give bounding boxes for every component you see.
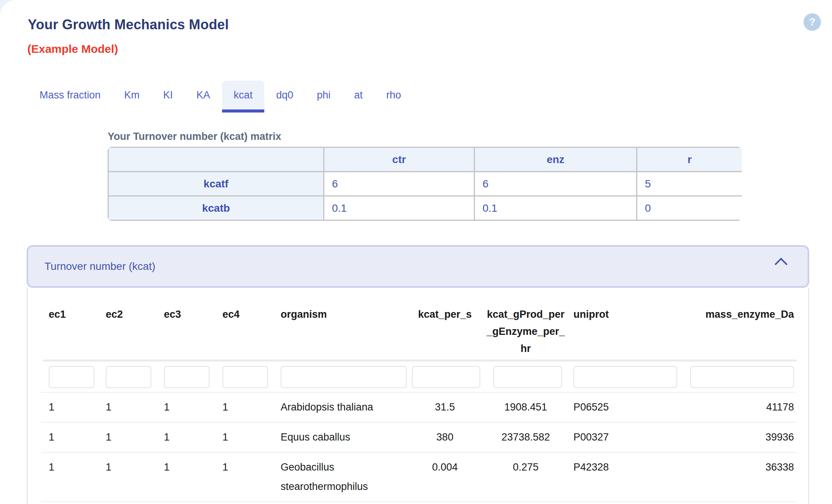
cell-ec1: 1	[41, 393, 98, 422]
page-title: Your Growth Mechanics Model	[28, 17, 229, 33]
column-header-kcat-per-s: kcat_per_s	[404, 288, 486, 360]
chevron-up-icon[interactable]	[775, 258, 788, 271]
matrix-row-kcatb: kcatb0.10.10	[108, 196, 742, 220]
filter-cell	[404, 366, 486, 388]
filter-input-ec1[interactable]	[49, 366, 94, 388]
cell-ec4: 1	[215, 453, 273, 501]
filter-row	[41, 361, 797, 393]
panel-body: ec1ec2ec3ec4organismkcat_per_skcat_gProd…	[27, 288, 809, 504]
cell-ec3: 1	[156, 423, 215, 452]
filter-cell	[156, 366, 215, 388]
filter-input-ec2[interactable]	[106, 366, 151, 388]
filter-input-uniprot[interactable]	[573, 366, 677, 388]
model-subtitle: (Example Model)	[27, 43, 118, 55]
cell-kcat-gprod-per-genzyme-per-hr: 0.275	[486, 453, 566, 501]
table-row: 1111Arabidopsis thaliana31.51908.451P065…	[41, 393, 797, 423]
cell-uniprot: P42328	[566, 453, 683, 501]
cell-organism: Arabidopsis thaliana	[273, 393, 404, 422]
column-header-ec4: ec4	[215, 288, 273, 360]
cell-ec3: 1	[156, 453, 215, 501]
filter-cell	[683, 366, 797, 388]
cell-ec1: 1	[41, 423, 98, 452]
filter-input-kcat-per-s[interactable]	[412, 366, 480, 388]
question-mark-icon: ?	[809, 17, 816, 27]
cell-kcat-per-s: 0.004	[404, 453, 486, 501]
cell-organism: Equus caballus	[273, 423, 404, 452]
column-header-uniprot: uniprot	[566, 288, 683, 360]
filter-cell	[566, 366, 683, 388]
column-header-kcat-gprod-per-genzyme-per-hr: kcat_gProd_per_gEnzyme_per_hr	[486, 288, 566, 360]
matrix-corner-cell	[108, 147, 324, 172]
filter-cell	[215, 366, 273, 388]
matrix-row-header: kcatb	[108, 196, 324, 220]
matrix-row-kcatf: kcatf665	[108, 172, 742, 196]
panel-header[interactable]: Turnover number (kcat)	[27, 245, 809, 288]
tab-at[interactable]: at	[342, 81, 375, 113]
matrix-col-header-enz: enz	[475, 147, 637, 172]
cell-kcat-per-s: 31.5	[404, 393, 486, 422]
tab-dq0[interactable]: dq0	[264, 81, 305, 113]
table-row: 1111Geobacillus stearothermophilus0.0040…	[41, 453, 797, 502]
column-header-ec1: ec1	[41, 288, 98, 360]
filter-input-ec3[interactable]	[164, 366, 210, 388]
matrix-col-header-r: r	[637, 147, 742, 172]
tab-km[interactable]: Km	[113, 81, 152, 113]
content-card: Your Growth Mechanics Model (Example Mod…	[0, 0, 832, 504]
cell-kcat-per-s: 380	[404, 423, 486, 452]
cell-ec4: 1	[215, 393, 273, 422]
tab-bar: Mass fractionKmKIKAkcatdq0phiatrho	[28, 81, 413, 113]
filter-input-organism[interactable]	[281, 366, 407, 388]
cell-organism: Geobacillus stearothermophilus	[273, 453, 404, 501]
cell-ec4: 1	[215, 423, 273, 452]
cell-mass-enzyme-da: 41178	[683, 393, 797, 422]
matrix-body: ctrenzrkcatf665kcatb0.10.10	[108, 147, 742, 220]
cell-ec2: 1	[98, 393, 156, 422]
cell-uniprot: P00327	[566, 423, 683, 452]
matrix-row-header: kcatf	[108, 172, 324, 196]
column-header-ec3: ec3	[156, 288, 215, 360]
matrix-table: ctrenzrkcatf665kcatb0.10.10	[108, 147, 742, 221]
filter-cell	[273, 366, 404, 388]
kcat-matrix: ctrenzrkcatf665kcatb0.10.10	[108, 147, 742, 221]
filter-input-ec4[interactable]	[222, 366, 268, 388]
cell-ec2: 1	[98, 423, 156, 452]
cell-uniprot: P06525	[566, 393, 683, 422]
column-header-organism: organism	[273, 288, 404, 360]
cell-kcat-gprod-per-genzyme-per-hr: 23738.582	[486, 423, 566, 452]
filter-input-mass-enzyme-da[interactable]	[690, 366, 794, 388]
matrix-value-cell: 6	[324, 172, 475, 196]
filter-input-kcat-gprod-per-genzyme-per-hr[interactable]	[493, 366, 562, 388]
cell-ec1: 1	[41, 453, 98, 501]
filter-cell	[41, 366, 98, 388]
filter-cell	[98, 366, 156, 388]
cell-kcat-gprod-per-genzyme-per-hr: 1908.451	[486, 393, 566, 422]
table-body: 1111Arabidopsis thaliana31.51908.451P065…	[41, 393, 808, 502]
matrix-col-header-ctr: ctr	[324, 147, 475, 172]
matrix-value-cell: 5	[637, 172, 742, 196]
tab-ki[interactable]: KI	[151, 81, 185, 113]
cell-ec2: 1	[98, 453, 156, 501]
matrix-value-cell: 0.1	[475, 196, 637, 220]
matrix-value-cell: 6	[475, 172, 637, 196]
matrix-caption: Your Turnover number (kcat) matrix	[108, 131, 281, 143]
cell-ec3: 1	[156, 393, 215, 422]
tab-mass-fraction[interactable]: Mass fraction	[28, 81, 113, 113]
matrix-value-cell: 0.1	[324, 196, 475, 220]
tab-ka[interactable]: KA	[185, 81, 222, 113]
column-header-mass-enzyme-da: mass_enzyme_Da	[683, 288, 797, 360]
tab-rho[interactable]: rho	[375, 81, 413, 113]
help-button[interactable]: ?	[803, 13, 821, 31]
cell-mass-enzyme-da: 36338	[683, 453, 797, 501]
tab-phi[interactable]: phi	[305, 81, 342, 113]
table-row: 1111Equus caballus38023738.582P003273993…	[41, 423, 797, 453]
table-header-row: ec1ec2ec3ec4organismkcat_per_skcat_gProd…	[41, 288, 808, 360]
filter-cell	[486, 366, 566, 388]
column-header-ec2: ec2	[98, 288, 156, 360]
tab-kcat[interactable]: kcat	[222, 81, 265, 113]
kcat-collapsible-panel: Turnover number (kcat) ec1ec2ec3ec4organ…	[27, 245, 809, 504]
panel-title: Turnover number (kcat)	[44, 260, 156, 273]
matrix-value-cell: 0	[637, 196, 742, 220]
cell-mass-enzyme-da: 39936	[683, 423, 797, 452]
